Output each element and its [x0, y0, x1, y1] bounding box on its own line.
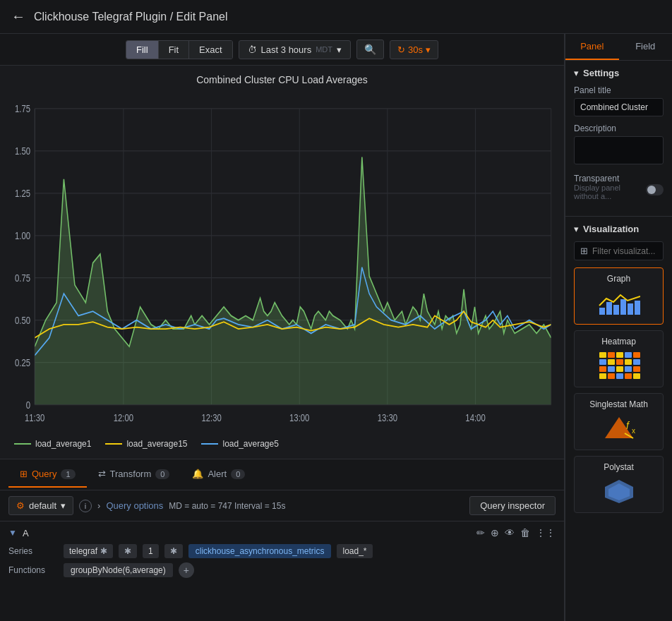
fill-fit-exact-group: Fill Fit Exact	[126, 40, 233, 59]
svg-rect-39	[616, 352, 623, 358]
svg-rect-45	[625, 359, 632, 365]
query-inspector-button[interactable]: Query inspector	[469, 496, 556, 515]
legend-label-load5: load_average5	[222, 439, 278, 449]
description-label: Description	[574, 123, 664, 133]
svg-text:11:30: 11:30	[25, 413, 44, 423]
edit-icon[interactable]: ✏	[476, 527, 485, 538]
tab-transform[interactable]: ⇄ Transform 0	[87, 462, 181, 488]
svg-text:14:00: 14:00	[465, 413, 485, 423]
svg-text:f: f	[626, 420, 630, 431]
svg-text:1.00: 1.00	[15, 231, 30, 241]
viz-card-heatmap[interactable]: Heatmap	[574, 330, 664, 387]
section-actions: ✏ ⊕ 👁 🗑 ⋮⋮	[476, 527, 556, 538]
collapse-icon: ▾	[574, 68, 579, 78]
query-meta: MD = auto = 747 Interval = 15s	[169, 501, 285, 511]
series-tag-db[interactable]: clickhouse_asynchronous_metrics	[188, 544, 332, 558]
transparent-label: Transparent	[574, 174, 646, 183]
viz-card-heatmap-label: Heatmap	[580, 337, 657, 346]
timezone-label: MDT	[316, 45, 332, 54]
exact-button[interactable]: Exact	[189, 41, 232, 59]
transparent-toggle[interactable]	[646, 184, 664, 195]
svg-rect-44	[616, 359, 623, 365]
fit-button[interactable]: Fit	[159, 41, 189, 59]
visualization-header[interactable]: ▾ Visualization	[574, 224, 664, 234]
function-pill[interactable]: groupByNode(6,average)	[64, 563, 173, 577]
delete-icon[interactable]: 🗑	[520, 527, 530, 538]
tab-query[interactable]: ⊞ Query 1	[8, 462, 87, 488]
drag-icon[interactable]: ⋮⋮	[536, 527, 556, 538]
legend-item-load1: load_average1	[14, 439, 91, 449]
viz-card-singlestat-label: Singlestat Math	[580, 399, 657, 409]
refresh-rate-label: 30s	[408, 44, 423, 55]
info-button[interactable]: i	[79, 500, 92, 512]
polystat-icon	[598, 476, 640, 505]
tab-alert[interactable]: 🔔 Alert 0	[181, 462, 256, 488]
functions-label: Functions	[8, 565, 58, 575]
left-panel: Fill Fit Exact ⏱ Last 3 hours MDT ▾ 🔍 ↻ …	[0, 34, 565, 621]
series-tag-one[interactable]: 1	[143, 544, 159, 558]
fill-button[interactable]: Fill	[126, 41, 159, 59]
alert-tab-icon: 🔔	[192, 469, 203, 479]
viz-card-polystat-label: Polystat	[580, 462, 657, 472]
query-section-header: ▼ A ✏ ⊕ 👁 🗑 ⋮⋮	[8, 527, 556, 538]
legend-item-load5: load_average5	[201, 439, 278, 449]
visualization-title: Visualization	[583, 224, 639, 234]
svg-text:0.50: 0.50	[15, 315, 30, 326]
viz-card-polystat[interactable]: Polystat	[574, 456, 664, 513]
time-range-button[interactable]: ⏱ Last 3 hours MDT ▾	[239, 40, 351, 59]
singlestat-icon: f x	[598, 414, 640, 442]
datasource-label: default	[29, 500, 56, 511]
svg-rect-33	[613, 305, 619, 315]
zoom-out-button[interactable]: 🔍	[356, 40, 384, 59]
legend-label-load1: load_average1	[35, 439, 91, 449]
series-tag-telegraf[interactable]: telegraf ✱	[64, 544, 113, 558]
tab-field[interactable]: Field	[619, 34, 673, 60]
svg-text:1.50: 1.50	[15, 146, 30, 157]
svg-rect-47	[599, 366, 606, 372]
add-function-button[interactable]: +	[179, 562, 194, 578]
viz-collapse-icon: ▾	[574, 224, 579, 234]
header: ← Clickhouse Telegraf Plugin / Edit Pane…	[0, 0, 672, 34]
svg-rect-56	[633, 373, 640, 379]
tab-panel[interactable]: Panel	[565, 34, 619, 60]
viz-card-graph[interactable]: Graph	[574, 267, 664, 325]
svg-text:13:30: 13:30	[378, 413, 397, 423]
settings-header[interactable]: ▾ Settings	[574, 68, 664, 78]
viz-filter-input[interactable]	[592, 246, 657, 256]
magnify-icon: 🔍	[364, 44, 376, 55]
svg-rect-42	[599, 359, 606, 365]
chart-title: Combined Cluster CPU Load Averages	[6, 74, 558, 85]
query-options-bar: ⚙ default ▾ i › Query options MD = auto …	[0, 490, 564, 521]
transform-tab-label: Transform	[110, 469, 152, 479]
section-toggle[interactable]: ▼	[8, 528, 17, 538]
back-button[interactable]: ←	[11, 8, 25, 25]
viz-card-singlestat[interactable]: Singlestat Math f x	[574, 393, 664, 450]
legend-color-load15	[105, 443, 122, 445]
svg-text:12:30: 12:30	[201, 413, 221, 423]
datasource-select[interactable]: ⚙ default ▾	[8, 496, 73, 515]
svg-rect-43	[608, 359, 615, 365]
settings-section: ▾ Settings Panel title Description Trans…	[565, 61, 672, 217]
refresh-button[interactable]: ↻ 30s ▾	[390, 40, 438, 59]
chart-area: Combined Cluster CPU Load Averages	[0, 66, 564, 459]
panel-title-input[interactable]	[574, 98, 664, 116]
legend-item-load15: load_average15	[105, 439, 187, 449]
svg-text:12:00: 12:00	[114, 413, 133, 423]
graph-icon	[598, 288, 640, 316]
series-tag-metric[interactable]: load_*	[337, 544, 372, 558]
alert-tab-badge: 0	[231, 469, 245, 479]
series-tag-wildcard2[interactable]: ✱	[164, 544, 183, 558]
description-input[interactable]	[574, 136, 664, 164]
datasource-icon: ⚙	[16, 500, 25, 511]
chart-legend: load_average1 load_average15 load_averag…	[6, 435, 558, 453]
chart-wrapper: 1.75 1.50 1.25 1.00 0.75 0.50 0.25 0 11:…	[6, 91, 558, 435]
series-tag-wildcard1[interactable]: ✱	[119, 544, 137, 558]
time-icon: ⏱	[248, 44, 257, 55]
svg-rect-54	[616, 373, 623, 379]
query-tab-label: Query	[32, 469, 56, 479]
svg-text:1.75: 1.75	[15, 104, 30, 114]
visibility-icon[interactable]: 👁	[505, 527, 515, 538]
legend-color-load1	[14, 443, 31, 445]
query-options-link[interactable]: Query options	[106, 500, 163, 511]
copy-icon[interactable]: ⊕	[491, 527, 499, 538]
